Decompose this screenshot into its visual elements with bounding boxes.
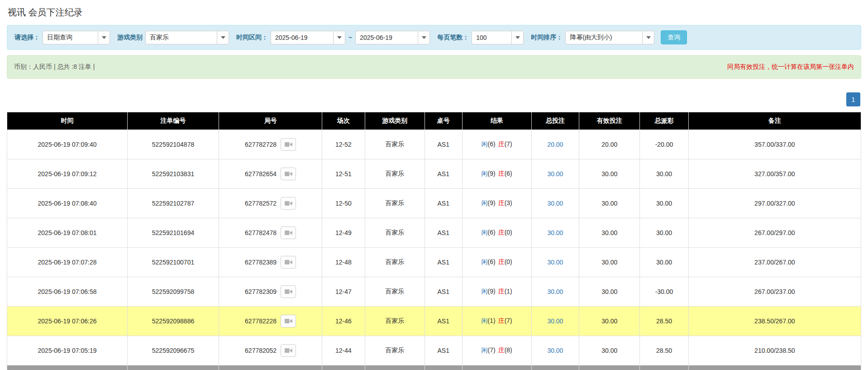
subtotal-count: 8 (128, 365, 219, 370)
total-bet-cell: 30.00 (531, 277, 579, 307)
page-title: 视讯 会员下注纪录 (8, 6, 861, 19)
query-type-dropdown-button[interactable] (98, 31, 110, 44)
remark-cell: 357.00/337.00 (688, 130, 861, 159)
banker-result-score: (0) (505, 229, 512, 236)
page-size-dropdown-button[interactable] (511, 31, 524, 44)
table-no-cell: AS1 (424, 189, 462, 218)
round-number: 627782654 (245, 170, 277, 178)
video-replay-button[interactable] (281, 256, 296, 269)
video-replay-button[interactable] (281, 168, 296, 180)
date-to-dropdown-button[interactable] (418, 31, 430, 44)
player-result-label: 闲 (482, 140, 488, 148)
caret-down-icon (422, 36, 426, 39)
total-bet-link[interactable]: 30.00 (547, 229, 563, 236)
total-bet-cell: 30.00 (531, 189, 579, 218)
video-replay-icon (285, 141, 292, 148)
pagination-page-1[interactable]: 1 (846, 92, 860, 106)
total-bet-link[interactable]: 30.00 (547, 288, 563, 295)
pagination: 1 (7, 92, 860, 106)
game-type-dropdown-button[interactable] (217, 31, 229, 44)
player-result-label: 闲 (482, 199, 488, 207)
summary-bar: 币别：人民币 | 总共 :8 注单 | 同局有效投注，统一计算在该局第一张注单内 (7, 55, 861, 79)
video-replay-button[interactable] (281, 344, 296, 357)
game-type-combobox (145, 31, 229, 44)
round-cell: 627782309 (219, 277, 322, 307)
total-bet-link[interactable]: 30.00 (547, 200, 563, 207)
sort-input[interactable] (565, 31, 642, 44)
player-result-label: 闲 (482, 170, 488, 177)
total-bet-link[interactable]: 30.00 (547, 347, 563, 354)
total-bet-link[interactable]: 20.00 (547, 141, 563, 148)
video-replay-button[interactable] (281, 226, 296, 239)
date-to-combobox (355, 31, 430, 44)
round-cell: 627782478 (219, 218, 322, 248)
empty-cell (688, 365, 861, 370)
banker-result-score: (7) (505, 140, 512, 148)
table-row: 2025-06-19 07:06:26 522592098886 6277822… (7, 307, 861, 336)
video-replay-icon (285, 318, 292, 324)
result-cell: 闲(7)庄(8) (462, 336, 531, 365)
payout-cell: 30.00 (640, 248, 689, 277)
round-cell: 627782052 (219, 336, 322, 365)
player-result-score: (9) (488, 199, 496, 207)
query-button[interactable]: 查询 (661, 30, 687, 44)
banker-result-label: 庄 (498, 288, 505, 295)
time-cell: 2025-06-19 07:07:28 (7, 248, 128, 277)
banker-result-score: (7) (505, 317, 512, 324)
video-replay-button[interactable] (281, 197, 296, 210)
video-replay-button[interactable] (281, 138, 296, 151)
table-no-cell: AS1 (424, 277, 462, 307)
round-cell: 627782572 (219, 189, 322, 218)
banker-result-label: 庄 (498, 317, 505, 324)
game-type-cell: 百家乐 (365, 277, 424, 307)
table-no-cell: AS1 (424, 336, 462, 365)
sort-dropdown-button[interactable] (642, 31, 654, 44)
total-bet-link[interactable]: 30.00 (547, 170, 563, 178)
table-row: 2025-06-19 07:09:40 522592104878 6277827… (7, 130, 861, 159)
round-number: 627782478 (245, 229, 277, 236)
video-replay-icon (285, 230, 292, 236)
bet-table-body: 2025-06-19 07:09:40 522592104878 6277827… (7, 130, 861, 365)
header-game-type: 游戏类别 (365, 112, 424, 130)
date-to-input[interactable] (355, 31, 418, 44)
game-type-label: 游戏类别 (117, 34, 143, 42)
remark-cell: 210.00/238.50 (688, 336, 861, 365)
total-bet-link[interactable]: 30.00 (547, 259, 563, 266)
banker-result-score: (1) (505, 288, 512, 295)
date-from-input[interactable] (271, 31, 333, 44)
player-result-label: 闲 (482, 229, 488, 236)
game-type-cell: 百家乐 (365, 248, 424, 277)
total-bet-cell: 30.00 (531, 307, 579, 336)
time-range-label: 时间区间： (236, 34, 268, 42)
game-type-cell: 百家乐 (365, 159, 424, 189)
total-bet-cell: 30.00 (531, 336, 579, 365)
session-cell: 12-52 (322, 130, 365, 159)
remark-cell: 238.50/267.00 (688, 307, 861, 336)
game-type-input[interactable] (145, 31, 217, 44)
date-from-dropdown-button[interactable] (333, 31, 345, 44)
valid-bet-cell: 30.00 (579, 189, 640, 218)
header-table-no: 桌号 (424, 112, 462, 130)
page-size-input[interactable] (472, 31, 511, 44)
result-cell: 闲(9)庄(6) (462, 159, 531, 189)
player-result-score: (7) (488, 346, 496, 354)
table-no-cell: AS1 (424, 218, 462, 248)
page-size-combobox (472, 31, 524, 44)
subtotal-label: 小计 (7, 365, 128, 370)
time-cell: 2025-06-19 07:06:26 (7, 307, 128, 336)
query-type-combobox (43, 31, 110, 44)
total-bet-link[interactable]: 30.00 (547, 317, 563, 325)
subtotal-row: 小计 8 230.00 230.00 127.00 (7, 365, 861, 370)
round-number: 627782309 (245, 288, 277, 295)
video-replay-button[interactable] (281, 315, 296, 327)
banker-result-label: 庄 (498, 199, 505, 207)
summary-warning-text: 同局有效投注，统一计算在该局第一张注单内 (727, 63, 854, 71)
game-type-cell: 百家乐 (365, 189, 424, 218)
session-cell: 12-47 (322, 277, 365, 307)
query-type-input[interactable] (43, 31, 98, 44)
video-replay-button[interactable] (281, 285, 296, 298)
time-cell: 2025-06-19 07:09:12 (7, 159, 128, 189)
result-cell: 闲(6)庄(0) (462, 218, 531, 248)
table-header-row: 时间 注单编号 局号 场次 游戏类别 桌号 结果 总投注 有效投注 总派彩 备注 (7, 112, 861, 130)
player-result-label: 闲 (482, 258, 488, 265)
